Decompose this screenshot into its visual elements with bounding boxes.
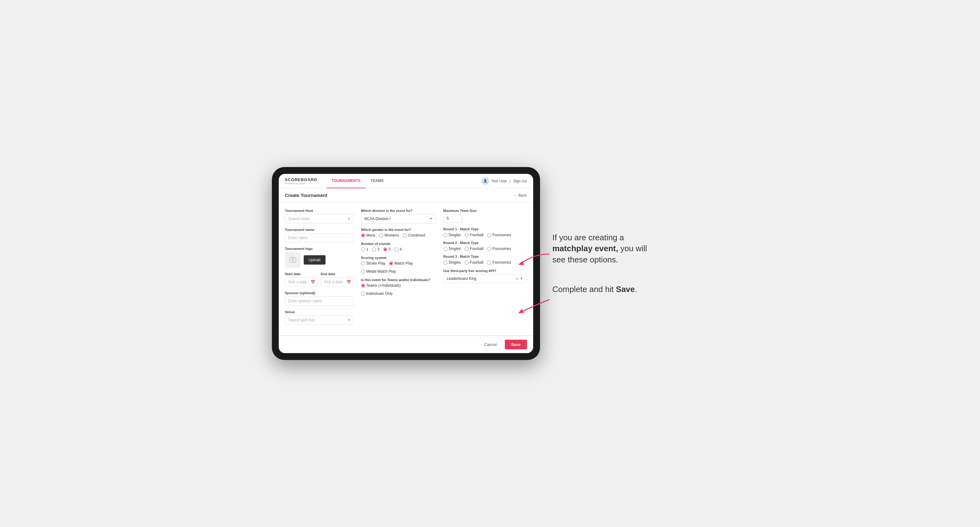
round2-singles-label: Singles [449, 246, 461, 251]
individuals-option[interactable]: Individuals Only [361, 291, 393, 296]
signout-link[interactable]: Sign out [513, 179, 527, 183]
teams-group: Is this event for Teams and/or Individua… [361, 278, 436, 296]
round3-singles[interactable]: Singles [443, 260, 461, 265]
round3-foursomes[interactable]: Foursomes [487, 260, 511, 265]
sponsor-label: Sponsor (optional) [285, 291, 353, 295]
annotation-matchplay: If you are creating a matchplay event, y… [552, 232, 652, 265]
teams-option[interactable]: Teams (+Individuals) [361, 283, 401, 288]
arrow-matchplay [515, 251, 552, 270]
logo-placeholder-icon [285, 252, 301, 268]
round2-section: Round 2 - Match Type Singles Fourball [443, 241, 527, 251]
round2-foursomes-label: Foursomes [492, 246, 511, 251]
round-2[interactable]: 2 [372, 247, 379, 251]
tournament-name-group: Tournament name [285, 228, 353, 243]
scoring-stroke-label: Stroke Play [366, 261, 385, 265]
api-group: Use third-party live scoring API? Leader… [443, 269, 527, 283]
teams-option-label: Teams (+Individuals) [366, 283, 401, 288]
api-label: Use third-party live scoring API? [443, 269, 527, 273]
scoring-stroke[interactable]: Stroke Play [361, 261, 385, 265]
tournament-name-label: Tournament name [285, 228, 353, 232]
outer-wrapper: SCOREBOARD Powered by clippit TOURNAMENT… [272, 167, 708, 360]
scoring-medal[interactable]: Medal Match Play [361, 269, 396, 274]
api-select-value: Leaderboard King [447, 276, 476, 281]
page-title: Create Tournament [285, 193, 328, 198]
svg-rect-0 [290, 258, 296, 262]
form-col-right: Maximum Team Size Round 1 - Match Type S… [443, 209, 527, 329]
cancel-button[interactable]: Cancel [479, 340, 502, 349]
gender-label: Which gender is the event for? [361, 228, 436, 232]
round1-foursomes-label: Foursomes [492, 233, 511, 237]
tournament-name-input[interactable] [285, 233, 353, 243]
teams-radio-group: Teams (+Individuals) Individuals Only [361, 283, 436, 296]
form-footer: Cancel Save [279, 336, 533, 353]
scoring-match[interactable]: Match Play [389, 261, 413, 265]
rounds-group: Number of rounds 1 2 [361, 242, 436, 251]
round-4[interactable]: 4 [395, 247, 402, 251]
round2-fourball[interactable]: Fourball [465, 246, 483, 251]
round-3[interactable]: 3 [383, 247, 391, 251]
division-select[interactable]: NCAA Division I [361, 214, 436, 224]
logo-subtitle: Powered by clippit [285, 182, 317, 185]
search-icon: ▼ [347, 217, 351, 221]
api-select-container[interactable]: Leaderboard King ✕ ▼ [443, 274, 527, 283]
gender-mens[interactable]: Mens [361, 233, 375, 238]
venue-label: Venue [285, 310, 353, 314]
upload-button[interactable]: Upload [304, 255, 326, 265]
api-chevron-icon[interactable]: ▼ [520, 276, 523, 281]
page-header: Create Tournament ← Back [279, 188, 533, 203]
round1-fourball-label: Fourball [470, 233, 483, 237]
gender-womens[interactable]: Womens [379, 233, 399, 238]
save-button[interactable]: Save [505, 340, 527, 349]
venue-search-icon: ▼ [347, 318, 351, 322]
round1-fourball[interactable]: Fourball [465, 233, 483, 237]
end-date-label: End date [321, 272, 353, 276]
tab-teams[interactable]: TEAMS [366, 174, 389, 188]
tablet-frame: SCOREBOARD Powered by clippit TOURNAMENT… [272, 167, 540, 360]
round-1[interactable]: 1 [361, 247, 369, 251]
tab-tournaments[interactable]: TOURNAMENTS [326, 174, 366, 188]
round3-section: Round 3 - Match Type Singles Fourball [443, 255, 527, 265]
svg-marker-2 [518, 261, 524, 265]
nav-logo: SCOREBOARD Powered by clippit [285, 177, 317, 185]
scoring-match-label: Match Play [395, 261, 413, 265]
teams-label: Is this event for Teams and/or Individua… [361, 278, 436, 282]
round2-label: Round 2 - Match Type [443, 241, 527, 244]
venue-input[interactable] [285, 315, 353, 325]
round3-fourball[interactable]: Fourball [465, 260, 483, 265]
end-date-group: End date 📅 [321, 272, 353, 287]
round-3-label: 3 [388, 247, 391, 251]
max-team-size-label: Maximum Team Size [443, 209, 527, 213]
back-link[interactable]: ← Back [514, 193, 527, 198]
calendar-icon-2: 📅 [347, 280, 351, 284]
tournament-host-input[interactable] [285, 214, 353, 224]
gender-womens-label: Womens [385, 233, 399, 238]
sponsor-group: Sponsor (optional) [285, 291, 353, 306]
round3-singles-label: Singles [449, 260, 461, 265]
round1-foursomes[interactable]: Foursomes [487, 233, 511, 237]
scoring-group: Scoring system Stroke Play Match Play [361, 256, 436, 274]
gender-radio-group: Mens Womens Combined [361, 233, 436, 238]
round2-fourball-label: Fourball [470, 246, 483, 251]
tablet-screen: SCOREBOARD Powered by clippit TOURNAMENT… [279, 174, 533, 353]
tournament-host-label: Tournament Host [285, 209, 353, 213]
round2-foursomes[interactable]: Foursomes [487, 246, 511, 251]
form-col-middle: Which division is the event for? NCAA Di… [361, 209, 436, 329]
max-team-size-input[interactable] [443, 214, 462, 223]
scoring-radio-group: Stroke Play Match Play Medal Match Play [361, 261, 436, 274]
svg-point-1 [291, 259, 294, 262]
rounds-radio-group: 1 2 3 4 [361, 247, 436, 251]
round2-singles[interactable]: Singles [443, 246, 461, 251]
round2-radio-group: Singles Fourball Foursomes [443, 246, 527, 251]
rounds-label: Number of rounds [361, 242, 436, 246]
gender-combined[interactable]: Combined [403, 233, 425, 238]
sponsor-input[interactable] [285, 296, 353, 306]
api-clear-icon[interactable]: ✕ [515, 276, 519, 281]
round3-fourball-label: Fourball [470, 260, 483, 265]
start-date-label: Start date [285, 272, 318, 276]
logo-title: SCOREBOARD [285, 177, 317, 182]
form-body: Tournament Host ▼ Tournament name Tourna… [279, 203, 533, 335]
annotation-matchplay-bold: matchplay event, [552, 244, 618, 253]
round1-singles[interactable]: Singles [443, 233, 461, 237]
date-fields: Start date 📅 End date 📅 [285, 272, 353, 287]
venue-input-wrap: ▼ [285, 315, 353, 325]
